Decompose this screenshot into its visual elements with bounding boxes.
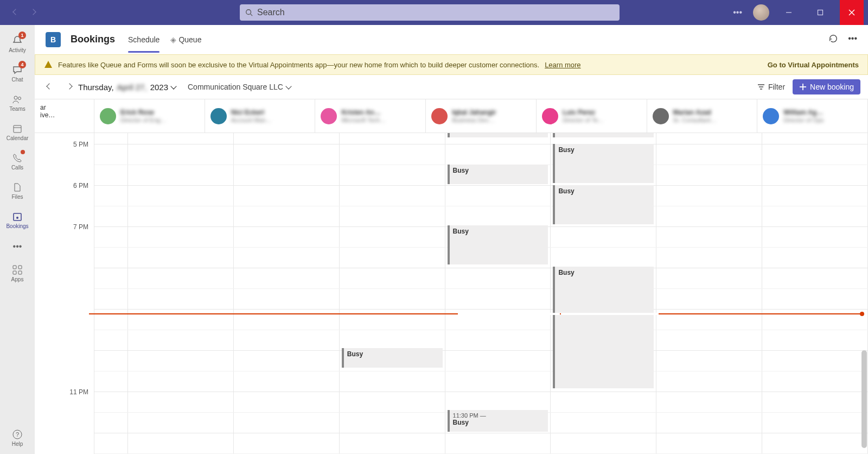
schedule-column[interactable] [762, 133, 868, 454]
main: B Bookings Schedule ◈Queue ••• Features … [35, 25, 868, 454]
rail-more[interactable]: ••• [0, 236, 35, 257]
help-icon: ? [12, 429, 23, 440]
person-header[interactable]: Erick RoseDirector of Eng… [94, 99, 205, 133]
titlebar-right: ••• [730, 0, 864, 25]
calendar-event[interactable]: Busy [553, 144, 654, 183]
rail-teams[interactable]: Teams [0, 88, 35, 117]
app-header-right: ••• [828, 34, 857, 46]
svg-point-11 [16, 217, 18, 219]
person-avatar [653, 108, 669, 124]
now-indicator [89, 313, 861, 314]
minimize-button[interactable] [777, 0, 801, 25]
app-more-icon[interactable]: ••• [848, 34, 857, 46]
refresh-icon[interactable] [828, 34, 838, 46]
person-header[interactable]: Nici EckerlAccount Man… [205, 99, 316, 133]
calendar-event[interactable]: Busy [342, 348, 443, 368]
close-button[interactable] [840, 0, 864, 25]
schedule-column[interactable]: Busy [340, 133, 445, 454]
calls-icon [12, 153, 23, 163]
scrollbar[interactable] [861, 350, 867, 448]
person-avatar [763, 108, 779, 124]
app-tabs: Schedule ◈Queue [128, 27, 201, 53]
apps-icon [12, 264, 23, 275]
org-picker[interactable]: Communication Square LLC [188, 83, 291, 91]
notification-dot [21, 150, 25, 154]
chevron-down-icon [285, 83, 291, 89]
search-input[interactable]: Search [240, 4, 620, 21]
new-booking-button[interactable]: New booking [793, 79, 860, 94]
schedule-column[interactable] [234, 133, 340, 454]
rail-chat[interactable]: Chat4 [0, 59, 35, 88]
person-header[interactable]: Marian AzadSr. Consultant… [647, 99, 758, 133]
person-avatar [542, 108, 558, 124]
date-picker[interactable]: Thursday, April 27, 2023 [78, 83, 176, 92]
more-icon[interactable]: ••• [730, 8, 745, 17]
schedule-column[interactable] [94, 133, 128, 454]
person-header[interactable]: Luis PerezDirector of Te… [537, 99, 647, 133]
svg-point-6 [14, 96, 17, 99]
calendar-event[interactable]: Busy [553, 267, 654, 388]
calendar-event[interactable]: Busy [448, 225, 548, 264]
tab-schedule[interactable]: Schedule [128, 27, 159, 53]
rail-calls[interactable]: Calls [0, 147, 35, 176]
avatar[interactable] [753, 4, 769, 21]
banner-cta[interactable]: Go to Virtual Appointments [768, 61, 859, 69]
rail-calendar[interactable]: Calendar [0, 117, 35, 147]
rail-help[interactable]: ? Help [0, 425, 35, 454]
calendar-event[interactable]: Busy [448, 165, 548, 184]
person-avatar [431, 108, 448, 124]
left-rail: Activity1Chat4TeamsCalendarCallsFilesBoo… [0, 25, 35, 454]
person-header[interactable]: Iqbal JahangirBusiness Dev… [426, 99, 537, 133]
calendar-event[interactable] [553, 133, 654, 137]
calendar-event[interactable]: Busy [553, 185, 654, 224]
schedule-column[interactable]: BusyBusy11:30 PM —Busy [445, 133, 551, 454]
search-placeholder: Search [257, 8, 285, 17]
svg-point-7 [18, 97, 21, 99]
rail-bookings[interactable]: Bookings [0, 205, 35, 235]
schedule-column[interactable]: BusyBusyBusy [551, 133, 656, 454]
people-header-row: ar ive… Erick RoseDirector of Eng…Nici E… [35, 99, 868, 133]
toolbar: Thursday, April 27, 2023 Communication S… [35, 75, 868, 99]
svg-rect-13 [18, 266, 22, 269]
search-container: Search [240, 4, 620, 21]
filter-button[interactable]: Filter [757, 83, 785, 91]
filter-icon [757, 83, 765, 91]
svg-point-0 [246, 10, 251, 15]
calendar-icon [12, 123, 23, 134]
badge: 1 [18, 31, 26, 39]
rail-activity[interactable]: Activity1 [0, 29, 35, 59]
rail-files[interactable]: Files [0, 176, 35, 205]
maximize-button[interactable] [808, 0, 832, 25]
forward-button[interactable] [26, 5, 40, 20]
prev-day-button[interactable] [42, 80, 56, 94]
info-banner: Features like Queue and Forms will soon … [35, 54, 868, 75]
title-bar: Search ••• [0, 0, 868, 25]
person-header[interactable]: Kristen An…Microsoft Tech… [315, 99, 426, 133]
first-column-head: ar ive… [35, 99, 94, 133]
next-day-button[interactable] [58, 80, 72, 94]
time-column: 5 PM6 PM7 PM11 PM [35, 133, 94, 454]
back-button[interactable] [9, 5, 23, 20]
teams-icon [12, 94, 23, 105]
files-icon [12, 182, 23, 193]
calendar-event[interactable]: 11:30 PM —Busy [448, 410, 548, 432]
bookings-app-icon: B [46, 32, 61, 47]
app-title: Bookings [71, 34, 115, 45]
warning-icon [44, 60, 53, 69]
schedule-column[interactable] [128, 133, 234, 454]
person-header[interactable]: William Ag…Director of Ops [757, 99, 868, 133]
svg-rect-3 [818, 10, 823, 15]
svg-rect-8 [14, 125, 21, 133]
app-header: B Bookings Schedule ◈Queue ••• [35, 25, 868, 54]
grid-body[interactable]: 5 PM6 PM7 PM11 PM BusyBusyBusy11:30 PM —… [35, 133, 868, 454]
svg-line-1 [251, 14, 253, 16]
banner-learn-more[interactable]: Learn more [545, 61, 580, 69]
calendar-event[interactable] [448, 133, 548, 137]
schedule-column[interactable] [656, 133, 762, 454]
schedule-grid: ar ive… Erick RoseDirector of Eng…Nici E… [35, 99, 868, 454]
tab-queue[interactable]: ◈Queue [170, 27, 201, 53]
banner-text: Features like Queue and Forms will soon … [58, 61, 539, 69]
badge: 4 [18, 61, 26, 68]
rail-apps[interactable]: Apps [0, 258, 35, 288]
svg-rect-15 [18, 271, 22, 274]
